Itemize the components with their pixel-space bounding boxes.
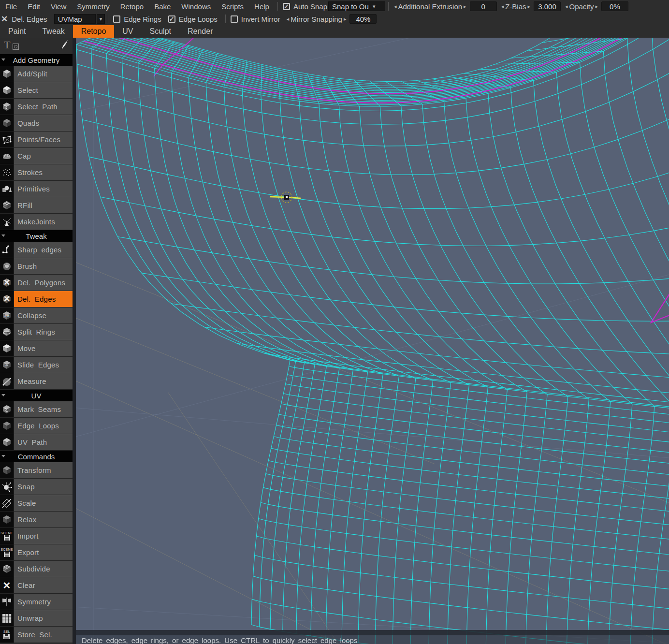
tab-tweak[interactable]: Tweak	[34, 25, 73, 38]
spinner-left-icon[interactable]: ◂	[500, 3, 506, 10]
sidebar-item-subdivide[interactable]: Subdivide	[0, 561, 73, 577]
points-faces-icon	[0, 132, 14, 147]
section-header-commands[interactable]: Commands	[0, 451, 73, 462]
menu-file[interactable]: File	[0, 2, 22, 11]
sidebar-item-quads[interactable]: Quads	[0, 115, 73, 132]
menu-edit[interactable]: Edit	[22, 2, 45, 11]
sidebar-item-slide-edges[interactable]: ↔Slide Edges	[0, 357, 73, 373]
spinner-label: Additional Extrusion	[398, 2, 463, 11]
room-tab-bar: PaintTweakRetopoUVSculptRender	[0, 25, 669, 38]
tab-render[interactable]: Render	[179, 25, 221, 38]
menu-windows[interactable]: Windows	[176, 2, 216, 11]
checkbox[interactable]	[168, 15, 175, 23]
checkbox-label: Edge Loops	[179, 15, 218, 23]
section-header-uv[interactable]: UV	[0, 390, 73, 401]
sidebar-item-measure[interactable]: Measure	[0, 373, 73, 390]
cube-slide-icon: ↔	[0, 357, 14, 373]
sidebar-item-sharp-edges[interactable]: Sharp edges	[0, 242, 73, 258]
sidebar-item-edge-loops[interactable]: Edge Loops	[0, 418, 73, 434]
sidebar-item-add-split[interactable]: Add/Split	[0, 66, 73, 82]
uvmap-dropdown-button[interactable]: ▾	[97, 14, 105, 24]
uvmap-combobox[interactable]: UVMap	[54, 14, 96, 24]
menu-retopo[interactable]: Retopo	[115, 2, 149, 11]
x-cube-icon: ✕	[0, 291, 14, 307]
spinner-right-icon[interactable]: ▸	[594, 3, 599, 10]
menu-view[interactable]: View	[45, 2, 72, 11]
menu-help[interactable]: Help	[249, 2, 275, 11]
menu-scripts[interactable]: Scripts	[216, 2, 249, 11]
checkbox[interactable]	[113, 15, 120, 23]
sidebar-item-select[interactable]: Select	[0, 82, 73, 99]
divider	[108, 15, 108, 23]
sidebar-item-symmetry[interactable]: Symmetry	[0, 594, 73, 610]
sidebar-item-primitives[interactable]: Primitives	[0, 181, 73, 197]
sidebar-item-scale[interactable]: Scale	[0, 495, 73, 512]
tab-uv[interactable]: UV	[114, 25, 141, 38]
mirror-snapping-field[interactable]: 40%	[349, 14, 377, 24]
auto-snap-checkbox[interactable]	[283, 3, 290, 10]
sidebar-item-label: Store Sel.	[14, 627, 73, 643]
sidebar-item-uv-path[interactable]: UV Path	[0, 434, 73, 451]
spinner-right-icon[interactable]: ▸	[526, 3, 532, 10]
spinner-right-icon[interactable]: ▸	[342, 16, 348, 22]
sidebar-item-import[interactable]: SCENEImport	[0, 528, 73, 544]
sidebar-item-label: Transform	[14, 462, 73, 478]
tab-paint[interactable]: Paint	[0, 25, 34, 38]
tab-retopo[interactable]: Retopo	[73, 25, 115, 38]
tab-sculpt[interactable]: Sculpt	[142, 25, 179, 38]
spinner-right-icon[interactable]: ▸	[462, 3, 468, 10]
sidebar-item-points-faces[interactable]: Points/Faces	[0, 132, 73, 148]
sidebar-item-makejoints[interactable]: MakeJoints	[0, 214, 73, 230]
sidebar-item-snap[interactable]: Snap	[0, 479, 73, 495]
menu-bake[interactable]: Bake	[149, 2, 176, 11]
spinner-value-field[interactable]: 0	[470, 1, 497, 11]
status-bar-divider	[76, 630, 669, 635]
spinner-left-icon[interactable]: ◂	[285, 16, 291, 22]
chevron-down-icon	[1, 455, 5, 457]
sidebar-item-store-sel-[interactable]: SELStore Sel.	[0, 627, 73, 643]
stencil-icon[interactable]	[13, 44, 19, 50]
sidebar-item-brush[interactable]: Brush	[0, 258, 73, 275]
cube-path-icon	[0, 99, 14, 115]
application-window: FileEditViewSymmetryRetopoBakeWindowsScr…	[0, 0, 669, 644]
sidebar-item-rfill[interactable]: RFill	[0, 197, 73, 214]
flags-icon	[0, 594, 14, 610]
section-header-add-geometry[interactable]: Add Geometry	[0, 54, 73, 66]
snap-mode-combobox[interactable]: Snap to Ou ▾	[328, 1, 385, 11]
brush-stroke-icon[interactable]	[56, 39, 71, 53]
spinner-value-field[interactable]: 3.000	[534, 1, 561, 11]
shapes-icon	[0, 181, 14, 197]
section-title: Commands	[18, 453, 55, 461]
sidebar-item-label: Add/Split	[14, 66, 73, 82]
sidebar-item-cap[interactable]: Cap	[0, 148, 73, 164]
panel-divider[interactable]	[73, 38, 76, 644]
grid-icon	[0, 610, 14, 626]
sidebar-item-export[interactable]: SCENEExport	[0, 544, 73, 561]
divider	[225, 15, 226, 23]
sidebar-item-del-edges[interactable]: ✕Del. Edges	[0, 291, 73, 307]
snap-ball-icon	[0, 479, 14, 495]
spinner-left-icon[interactable]: ◂	[564, 3, 569, 10]
sidebar-item-split-rings[interactable]: Split Rings	[0, 324, 73, 340]
scale-grid-icon	[0, 495, 14, 511]
spinner-left-icon[interactable]: ◂	[393, 3, 398, 10]
text-tool-icon[interactable]: T	[4, 39, 10, 51]
sidebar-item-unwrap[interactable]: Unwrap	[0, 610, 73, 627]
section-header-tweak[interactable]: Tweak	[0, 230, 73, 242]
viewport-canvas[interactable]	[76, 38, 669, 644]
sidebar-item-move[interactable]: Move	[0, 340, 73, 357]
sidebar-item-del-polygons[interactable]: ✕Del. Polygons	[0, 275, 73, 291]
sidebar-item-transform[interactable]: Transform	[0, 462, 73, 479]
menu-symmetry[interactable]: Symmetry	[72, 2, 115, 11]
sidebar-item-select-path[interactable]: Select Path	[0, 99, 73, 115]
status-message: Delete edges, edge rings, or edge loops.…	[76, 635, 669, 644]
spinner-value-field[interactable]: 0%	[601, 1, 628, 11]
sidebar-item-strokes[interactable]: Strokes	[0, 164, 73, 181]
sidebar-item-mark-seams[interactable]: Mark Seams	[0, 401, 73, 418]
sidebar-item-label: Measure	[14, 373, 73, 389]
sidebar-item-relax[interactable]: Relax	[0, 512, 73, 528]
spinner-label: Z-Bias	[505, 2, 526, 11]
sidebar-item-clear[interactable]: ✕Clear	[0, 577, 73, 594]
checkbox[interactable]	[231, 15, 238, 23]
sidebar-item-collapse[interactable]: »«Collapse	[0, 307, 73, 324]
